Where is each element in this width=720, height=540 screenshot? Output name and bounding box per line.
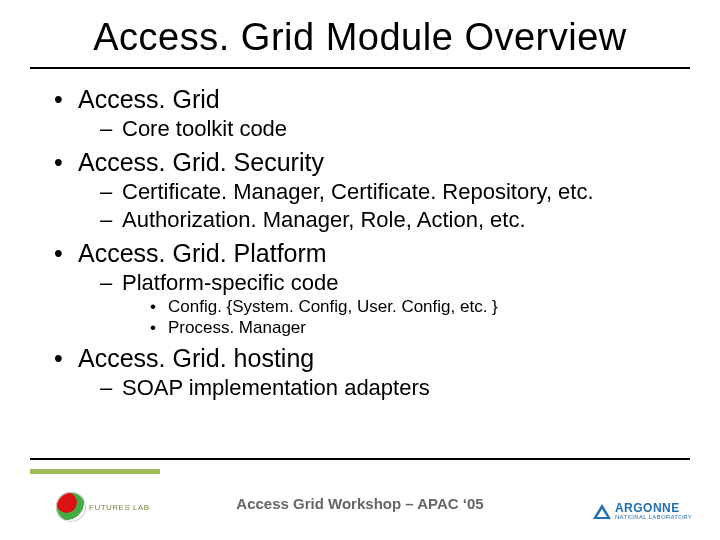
argonne-icon <box>593 504 611 519</box>
bullet-label: Access. Grid. hosting <box>78 344 314 372</box>
slide-title: Access. Grid Module Overview <box>0 0 720 59</box>
list-item: SOAP implementation adapters <box>100 375 666 401</box>
list-item: Access. Grid Core toolkit code <box>54 85 666 142</box>
accent-bar <box>30 469 160 474</box>
bullet-list: Access. Grid Core toolkit code Access. G… <box>54 85 666 401</box>
subsub-list: Config. {System. Config, User. Config, e… <box>150 297 666 338</box>
argonne-logo: ARGONNE NATIONAL LABORATORY <box>593 502 692 520</box>
footer-divider <box>30 458 690 460</box>
sub-list: Certificate. Manager, Certificate. Repos… <box>100 179 666 233</box>
list-item: Config. {System. Config, User. Config, e… <box>150 297 666 317</box>
bullet-label: Access. Grid <box>78 85 220 113</box>
bullet-label: Process. Manager <box>168 318 306 337</box>
bullet-label: Authorization. Manager, Role, Action, et… <box>122 207 526 232</box>
bullet-label: SOAP implementation adapters <box>122 375 430 400</box>
list-item: Access. Grid. hosting SOAP implementatio… <box>54 344 666 401</box>
list-item: Access. Grid. Platform Platform-specific… <box>54 239 666 338</box>
bullet-label: Core toolkit code <box>122 116 287 141</box>
list-item: Certificate. Manager, Certificate. Repos… <box>100 179 666 205</box>
argonne-sublabel: NATIONAL LABORATORY <box>615 514 692 520</box>
bullet-label: Access. Grid. Platform <box>78 239 327 267</box>
list-item: Process. Manager <box>150 318 666 338</box>
futures-lab-label: FUTURES LAB <box>89 503 150 512</box>
sub-list: SOAP implementation adapters <box>100 375 666 401</box>
bullet-label: Certificate. Manager, Certificate. Repos… <box>122 179 594 204</box>
slide: Access. Grid Module Overview Access. Gri… <box>0 0 720 540</box>
futures-lab-icon <box>56 492 86 522</box>
slide-content: Access. Grid Core toolkit code Access. G… <box>0 69 720 401</box>
list-item: Authorization. Manager, Role, Action, et… <box>100 207 666 233</box>
bullet-label: Access. Grid. Security <box>78 148 324 176</box>
bullet-label: Config. {System. Config, User. Config, e… <box>168 297 498 316</box>
argonne-label: ARGONNE <box>615 502 692 514</box>
sub-list: Core toolkit code <box>100 116 666 142</box>
bullet-label: Platform-specific code <box>122 270 338 295</box>
list-item: Platform-specific code Config. {System. … <box>100 270 666 338</box>
futures-lab-logo: FUTURES LAB <box>56 492 150 522</box>
list-item: Core toolkit code <box>100 116 666 142</box>
sub-list: Platform-specific code Config. {System. … <box>100 270 666 338</box>
list-item: Access. Grid. Security Certificate. Mana… <box>54 148 666 233</box>
argonne-wordmark: ARGONNE NATIONAL LABORATORY <box>615 502 692 520</box>
